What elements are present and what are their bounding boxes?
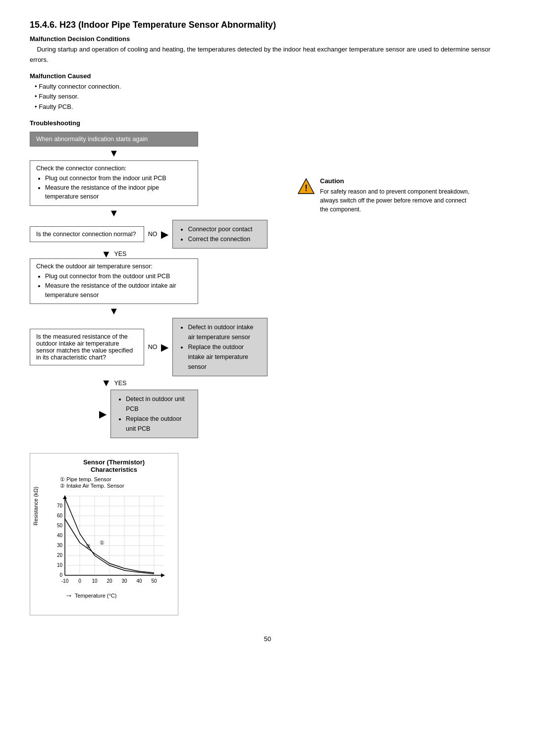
result1-bullet-2: Correct the connection xyxy=(188,234,261,244)
flowchart-area: When abnormality indication starts again… xyxy=(30,132,505,616)
check-outdoor-bullet-2: Measure the resistance of the outdoor in… xyxy=(45,281,192,300)
arrow-down-yes-1: ▼ xyxy=(102,249,111,260)
cause-3: Faulty PCB. xyxy=(35,102,505,112)
result2-bullet-1: Defect in outdoor intake air temperature… xyxy=(188,322,261,342)
question2-row: Is the measured resistance of the outdoo… xyxy=(30,318,268,376)
arrow-down-yes-2: ▼ xyxy=(102,377,111,389)
svg-text:20: 20 xyxy=(107,578,112,584)
cause-2: Faulty sensor. xyxy=(35,92,505,102)
svg-text:50: 50 xyxy=(151,578,157,584)
question2-box: Is the measured resistance of the outdoo… xyxy=(30,329,144,365)
chart-container: Sensor (Thermistor) Characteristics ① Pi… xyxy=(30,453,178,615)
svg-text:②: ② xyxy=(86,543,91,549)
chart-svg: -10 0 10 20 30 40 50 0 10 20 30 40 50 60… xyxy=(55,491,169,590)
svg-text:!: ! xyxy=(305,183,308,193)
arrow-down-2: ▼ xyxy=(30,206,198,220)
x-axis-label: → Temperature (°C) xyxy=(55,591,173,600)
arrow-down-3: ▼ xyxy=(30,304,198,318)
svg-text:60: 60 xyxy=(57,513,63,518)
y-axis-label: Resistance (kΩ) xyxy=(33,487,39,526)
chart-title: Sensor (Thermistor) Characteristics xyxy=(55,458,173,473)
svg-text:30: 30 xyxy=(57,543,63,548)
no-label-2: NO xyxy=(148,344,158,351)
svg-text:0: 0 xyxy=(78,578,81,584)
svg-text:70: 70 xyxy=(57,503,63,508)
malfunction-causes-list: Faulty connector connection. Faulty sens… xyxy=(30,82,505,112)
section2-title: Malfunction Caused xyxy=(30,72,505,80)
check-connector-bullet-2: Measure the resistance of the indoor pip… xyxy=(45,183,192,202)
check-connector-bullet-1: Plug out connector from the indoor unit … xyxy=(45,174,192,183)
legend-2: ② Intake Air Temp. Sensor xyxy=(60,483,173,489)
check-connector-box: Check the connector connection: Plug out… xyxy=(30,160,198,206)
section1-body: During startup and operation of cooling … xyxy=(30,45,505,65)
section3-title: Troubleshooting xyxy=(30,119,505,127)
result2-box: Defect in outdoor intake air temperature… xyxy=(172,318,268,376)
question1-box: Is the connector connection normal? xyxy=(30,226,144,242)
arrow-right-2: ▶ xyxy=(161,341,168,353)
svg-text:50: 50 xyxy=(57,523,63,528)
result3-bullet-2: Replace the outdoor unit PCB xyxy=(126,414,192,434)
page-title: 15.4.6. H23 (Indoor Pipe Temperature Sen… xyxy=(30,20,505,30)
svg-text:20: 20 xyxy=(57,553,63,558)
svg-text:40: 40 xyxy=(136,578,142,584)
legend-1: ① Pipe temp. Sensor xyxy=(60,476,173,483)
svg-text:0: 0 xyxy=(59,572,62,578)
svg-text:①: ① xyxy=(100,540,105,546)
flow-right-caution: ! Caution For safety reason and to preve… xyxy=(277,171,495,214)
cause-1: Faulty connector connection. xyxy=(35,82,505,92)
result3-bullet-1: Detect in outdoor unit PCB xyxy=(126,394,192,414)
chart-legend: ① Pipe temp. Sensor ② Intake Air Temp. S… xyxy=(55,476,173,489)
arrow-down-1: ▼ xyxy=(30,147,198,160)
caution-text: For safety reason and to prevent compone… xyxy=(320,187,476,214)
start-box: When abnormality indication starts again xyxy=(30,132,198,147)
result2-bullet-2: Replace the outdoor intake air temperatu… xyxy=(188,342,261,372)
svg-text:10: 10 xyxy=(57,562,63,568)
caution-icon: ! xyxy=(297,177,315,198)
caution-label: Caution xyxy=(320,176,476,186)
arrow-right-3: ▶ xyxy=(99,408,107,420)
check-connector-title: Check the connector connection: xyxy=(36,165,192,172)
caution-text-block: Caution For safety reason and to prevent… xyxy=(320,176,476,214)
yes-label-1: ▼ YES xyxy=(30,250,198,258)
result1-box: Connector poor contact Correct the conne… xyxy=(172,220,268,249)
svg-marker-35 xyxy=(63,495,67,499)
result3-box: Detect in outdoor unit PCB Replace the o… xyxy=(110,390,198,438)
svg-marker-36 xyxy=(161,573,165,577)
result1-bullet-1: Connector poor contact xyxy=(188,224,261,234)
arrow-right-1: ▶ xyxy=(161,228,168,240)
caution-box: ! Caution For safety reason and to preve… xyxy=(297,176,476,214)
svg-text:10: 10 xyxy=(92,578,98,584)
no-label-1: NO xyxy=(148,231,158,238)
yes-label-2: YES xyxy=(114,380,126,387)
svg-text:40: 40 xyxy=(57,533,63,538)
check-outdoor-bullet-1: Plug out connector from the outdoor unit… xyxy=(45,272,192,281)
section1-title: Malfunction Decision Conditions xyxy=(30,35,505,43)
page-number: 50 xyxy=(30,635,505,643)
flow-left: When abnormality indication starts again… xyxy=(30,132,268,439)
check-outdoor-title: Check the outdoor air temperature sensor… xyxy=(36,263,192,270)
svg-text:30: 30 xyxy=(121,578,127,584)
question1-row: Is the connector connection normal? NO ▶… xyxy=(30,220,268,249)
check-outdoor-box: Check the outdoor air temperature sensor… xyxy=(30,258,198,304)
svg-text:-10: -10 xyxy=(61,578,69,584)
